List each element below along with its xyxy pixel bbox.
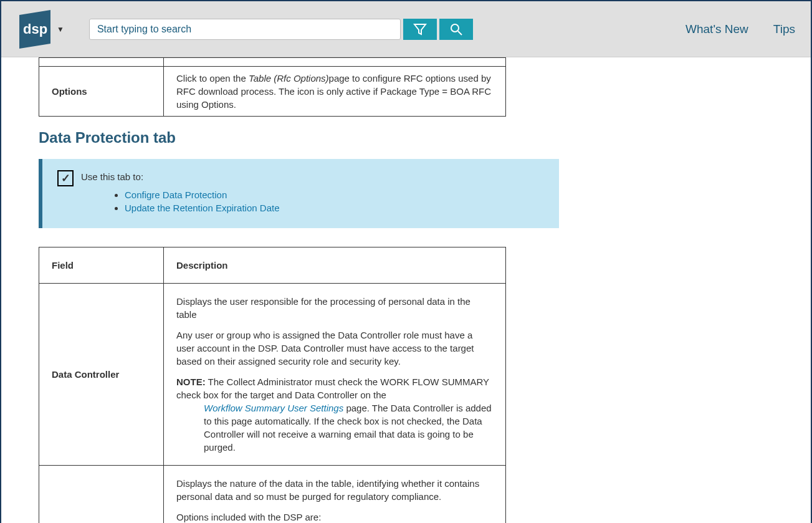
callout-intro: Use this tab to: [81, 171, 143, 182]
text: Click to open the [176, 73, 249, 84]
data-protection-table: Field Description Data Controller Displa… [39, 247, 506, 523]
table-row-data-controller: Data Controller Displays the user respon… [39, 284, 506, 466]
text: The Collect Administrator must check the… [176, 377, 489, 400]
table-row: Displays the nature of the data in the t… [39, 466, 506, 524]
svg-line-4 [458, 31, 462, 35]
info-callout: ✓ Use this tab to: Configre Data Protect… [39, 159, 559, 228]
table-row [39, 58, 506, 67]
table-row-options: Options Click to open the Table (Rfc Opt… [39, 67, 506, 117]
search-icon [449, 22, 464, 37]
search-button[interactable] [439, 19, 473, 40]
nav-whats-new[interactable]: What's New [685, 22, 748, 36]
text: Options included with the DSP are: [176, 511, 493, 523]
nav-tips[interactable]: Tips [773, 22, 795, 36]
link-workflow-summary[interactable]: Workflow Summary User Settings [204, 403, 343, 413]
field-label-data-controller: Data Controller [39, 284, 164, 466]
svg-marker-2 [414, 24, 426, 34]
logo-dropdown-icon[interactable]: ▼ [57, 25, 64, 34]
search-bar [89, 19, 473, 40]
link-update-retention[interactable]: Update the Retention Expiration Date [125, 203, 280, 213]
dsp-logo[interactable]: dsp [17, 7, 53, 51]
page-ref-italic: Table (Rfc Options) [249, 73, 329, 84]
field-label [39, 466, 164, 524]
checkbox-icon: ✓ [57, 170, 74, 186]
filter-icon [413, 22, 427, 36]
field-desc-data-controller: Displays the user responsible for the pr… [164, 284, 506, 466]
field-label-options: Options [39, 67, 164, 117]
text: Any user or group who is assigned the Da… [176, 329, 493, 368]
field-desc: Displays the nature of the data in the t… [164, 466, 506, 524]
svg-text:dsp: dsp [23, 21, 47, 37]
callout-list: Configre Data Protection Update the Rete… [125, 190, 280, 213]
note-label: NOTE: [176, 377, 206, 387]
list-item: Update the Retention Expiration Date [125, 203, 280, 213]
col-header-field: Field [39, 247, 164, 284]
global-header: dsp ▼ What's New Tips [1, 1, 811, 57]
text: Displays the nature of the data in the t… [176, 477, 493, 503]
text: Displays the user responsible for the pr… [176, 295, 493, 321]
section-heading-data-protection: Data Protection tab [39, 129, 525, 146]
svg-point-3 [451, 24, 459, 32]
options-table-fragment: Options Click to open the Table (Rfc Opt… [39, 57, 506, 117]
logo-wrap: dsp ▼ [17, 7, 64, 51]
col-header-description: Description [164, 247, 506, 284]
main-content: Options Click to open the Table (Rfc Opt… [1, 57, 562, 523]
table-header-row: Field Description [39, 247, 506, 284]
link-configure-data-protection[interactable]: Configre Data Protection [125, 190, 227, 200]
filter-button[interactable] [403, 19, 437, 40]
list-item: Configre Data Protection [125, 190, 280, 200]
field-desc-options: Click to open the Table (Rfc Options)pag… [164, 67, 506, 117]
search-input[interactable] [89, 19, 401, 40]
